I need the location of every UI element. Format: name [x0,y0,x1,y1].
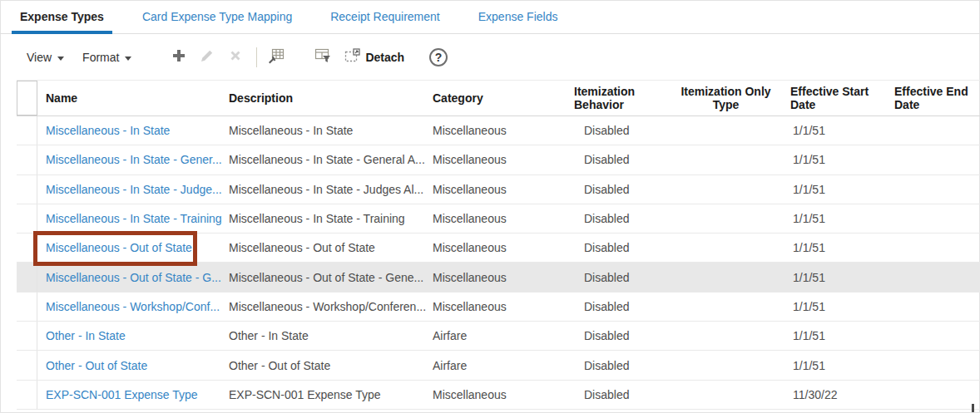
column-header-description[interactable]: Description [225,81,428,116]
column-header-category[interactable]: Category [428,81,570,116]
chevron-down-icon [57,57,64,61]
tab-expense-fields[interactable]: Expense Fields [470,10,567,33]
category-cell: Miscellaneous [428,116,570,145]
effective-end-date-cell [888,351,980,379]
detach-button[interactable]: Detach [344,48,404,66]
category-cell: Miscellaneous [428,204,570,233]
itemization-only-type-cell [674,204,778,233]
expense-type-link[interactable]: Other - Out of State [46,359,147,372]
itemization-behavior-cell: Disabled [570,351,674,379]
description-cell: Miscellaneous - Out of State [225,234,428,262]
expense-type-link[interactable]: Miscellaneous - In State [46,124,170,137]
table-row[interactable]: EXP-SCN-001 Expense TypeEXP-SCN-001 Expe… [17,381,980,410]
table-body: Miscellaneous - In StateMiscellaneous - … [17,116,980,410]
freeze-button[interactable] [265,47,287,68]
tab-receipt-requirement[interactable]: Receipt Requirement [322,10,448,33]
table-row[interactable]: Miscellaneous - In StateMiscellaneous - … [17,116,980,145]
expense-type-link[interactable]: Miscellaneous - In State - Gener... [46,153,222,166]
help-button[interactable]: ? [429,48,448,66]
effective-end-date-cell [888,263,980,291]
delete-icon [229,49,242,66]
tab-card-expense-type-mapping[interactable]: Card Expense Type Mapping [134,10,300,33]
table-row[interactable]: Miscellaneous - In State - TrainingMisce… [17,204,980,234]
row-selector[interactable] [17,381,37,409]
name-cell: Miscellaneous - In State - Training [37,204,225,233]
help-icon: ? [435,51,443,64]
name-cell: Miscellaneous - In State [37,116,225,145]
table-header: NameDescriptionCategoryItemization Behav… [17,80,980,116]
effective-end-date-cell [888,145,980,174]
expense-type-link[interactable]: Miscellaneous - Out of State - G... [46,271,221,284]
row-selector[interactable] [17,293,37,321]
row-selector[interactable] [17,175,37,204]
effective-end-date-cell [888,381,980,409]
add-button[interactable] [168,47,190,68]
detach-icon [344,48,360,66]
category-cell: Miscellaneous [428,263,570,291]
table-row[interactable]: Miscellaneous - In State - Judge...Misce… [17,175,980,204]
add-icon [171,48,186,66]
query-by-example-button[interactable] [312,47,334,68]
freeze-icon [267,47,285,67]
description-cell: EXP-SCN-001 Expense Type [225,381,428,409]
table-row[interactable]: Miscellaneous - Out of State - G...Misce… [17,263,980,292]
row-selector[interactable] [17,116,37,145]
table-row[interactable]: Other - Out of StateOther - Out of State… [17,351,980,380]
effective-start-date-cell: 1/1/51 [778,204,888,233]
name-cell: Miscellaneous - In State - Gener... [37,145,225,174]
effective-start-date-cell: 1/1/51 [778,322,888,350]
query-by-example-icon [314,47,332,67]
itemization-behavior-cell: Disabled [570,263,674,291]
expense-type-link[interactable]: Miscellaneous - Workshop/Conf... [46,300,220,313]
description-cell: Other - Out of State [225,351,428,379]
itemization-behavior-cell: Disabled [570,293,674,321]
effective-start-date-cell: 1/1/51 [778,293,888,321]
row-selector[interactable] [17,263,37,291]
tab-expense-types[interactable]: Expense Types [12,10,112,33]
format-menu-label: Format [82,51,119,64]
view-menu-button[interactable]: View [27,51,64,64]
delete-button [225,47,246,68]
expense-type-link[interactable]: Miscellaneous - Out of State [46,241,192,254]
table-row[interactable]: Miscellaneous - Out of StateMiscellaneou… [17,234,980,263]
column-header-name[interactable]: Name [37,81,225,116]
column-header-itemization_only_type[interactable]: Itemization Only Type [674,81,778,116]
itemization-only-type-cell [674,322,778,350]
row-selector[interactable] [17,234,37,262]
expense-type-link[interactable]: Miscellaneous - In State - Judge... [46,183,222,196]
description-cell: Miscellaneous - Out of State - Gene... [225,263,428,291]
table-row[interactable]: Miscellaneous - In State - Gener...Misce… [17,145,980,175]
column-header-itemization_behavior[interactable]: Itemization Behavior [570,81,674,116]
description-cell: Miscellaneous - In State [225,116,428,145]
name-cell: Other - In State [37,322,225,350]
detach-label: Detach [365,51,404,64]
row-selector[interactable] [17,351,37,379]
select-column-header [17,81,37,116]
table-row[interactable]: Other - In StateOther - In StateAirfareD… [17,322,980,351]
itemization-behavior-cell: Disabled [570,381,674,409]
view-menu-label: View [27,51,52,64]
table-row[interactable]: Miscellaneous - Workshop/Conf...Miscella… [17,293,980,322]
itemization-only-type-cell [674,175,778,204]
expense-type-link[interactable]: Miscellaneous - In State - Training [46,212,222,225]
effective-start-date-cell: 1/1/51 [778,263,888,291]
effective-end-date-cell [888,293,980,321]
itemization-only-type-cell [674,293,778,321]
category-cell: Miscellaneous [428,293,570,321]
expense-type-link[interactable]: Other - In State [46,329,126,342]
edit-icon [200,48,215,66]
row-selector[interactable] [17,204,37,233]
itemization-behavior-cell: Disabled [570,175,674,204]
column-header-effective_start_date[interactable]: Effective Start Date [778,81,888,116]
column-header-effective_end_date[interactable]: Effective End Date [888,81,980,116]
scroll-edge-mark [972,404,974,412]
description-cell: Miscellaneous - Workshop/Conferen... [225,293,428,321]
name-cell: Miscellaneous - Out of State - G... [37,263,225,291]
description-cell: Other - In State [225,322,428,350]
format-menu-button[interactable]: Format [82,51,131,64]
edit-button [196,47,218,68]
expense-type-link[interactable]: EXP-SCN-001 Expense Type [46,388,198,401]
effective-end-date-cell [888,204,980,233]
row-selector[interactable] [17,322,37,350]
row-selector[interactable] [17,145,37,174]
